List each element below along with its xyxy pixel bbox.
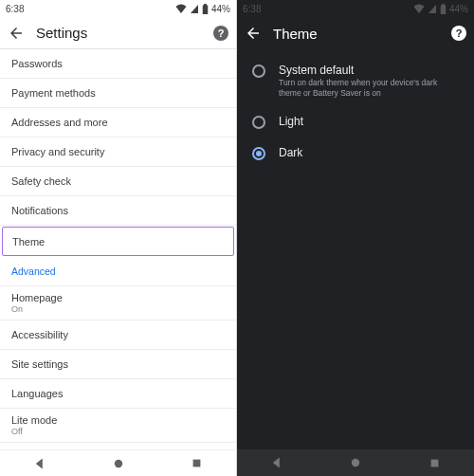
theme-options: System defaultTurn on dark theme when yo… <box>237 49 474 449</box>
theme-option-label: Light <box>279 115 303 128</box>
settings-item[interactable]: HomepageOn <box>0 286 236 320</box>
settings-item[interactable]: Site settings <box>0 350 236 379</box>
nav-home-icon <box>112 457 125 470</box>
settings-screen: 6:38 44% Settings ? PasswordsPayment met… <box>0 0 237 476</box>
nav-home-icon <box>349 456 362 469</box>
battery-icon <box>202 4 209 14</box>
settings-item-sub: Off <box>11 427 225 436</box>
settings-item[interactable]: Payment methods <box>0 79 236 108</box>
radio-button[interactable] <box>252 116 265 129</box>
nav-back-button[interactable] <box>33 457 46 470</box>
settings-item[interactable]: Addresses and more <box>0 108 236 137</box>
radio-button[interactable] <box>252 64 265 78</box>
nav-home-button[interactable] <box>349 456 362 469</box>
status-indicators: 44% <box>413 4 468 14</box>
svg-rect-3 <box>431 459 439 467</box>
theme-screen: 6:38 44% Theme ? System defaultTurn on d… <box>237 0 474 476</box>
status-bar: 6:38 44% <box>237 0 474 17</box>
theme-option[interactable]: System defaultTurn on dark theme when yo… <box>237 55 474 106</box>
nav-back-icon <box>33 457 46 470</box>
status-indicators: 44% <box>175 4 230 14</box>
settings-item[interactable]: Downloads <box>0 443 236 449</box>
settings-item-label: Site settings <box>11 358 225 370</box>
page-title: Theme <box>273 26 440 42</box>
nav-back-icon <box>270 456 283 469</box>
settings-item-label: Advanced <box>11 265 225 277</box>
help-button[interactable]: ? <box>213 26 228 41</box>
nav-recents-icon <box>428 457 441 469</box>
settings-item-label: Theme <box>12 236 224 247</box>
status-time: 6:38 <box>6 4 24 14</box>
theme-option-sub: Turn on dark theme when your device's da… <box>279 78 449 98</box>
wifi-icon <box>175 4 187 13</box>
nav-recents-icon <box>191 457 203 469</box>
radio-button[interactable] <box>252 147 265 160</box>
section-header: Advanced <box>0 257 236 286</box>
app-bar: Theme ? <box>237 17 474 49</box>
wifi-icon <box>413 4 425 13</box>
settings-item[interactable]: Languages <box>0 379 236 409</box>
nav-recents-button[interactable] <box>428 457 441 469</box>
settings-item[interactable]: Passwords <box>0 49 236 79</box>
arrow-back-icon <box>245 25 262 42</box>
signal-icon <box>190 4 199 13</box>
settings-item[interactable]: Notifications <box>0 196 236 226</box>
back-button[interactable] <box>8 25 25 42</box>
settings-item[interactable]: Accessibility <box>0 320 236 350</box>
status-bar: 6:38 44% <box>0 0 236 17</box>
settings-item-label: Homepage <box>11 292 225 303</box>
settings-item-label: Notifications <box>11 205 225 216</box>
battery-percent: 44% <box>211 4 230 14</box>
settings-item-label: Payment methods <box>11 87 225 99</box>
settings-item[interactable]: Privacy and security <box>0 137 236 167</box>
battery-icon <box>440 4 447 14</box>
system-nav-bar <box>237 449 474 476</box>
page-title: Settings <box>36 25 202 41</box>
theme-option-label: System default <box>279 64 449 77</box>
battery-percent: 44% <box>449 4 468 14</box>
theme-option[interactable]: Light <box>237 106 474 137</box>
app-bar: Settings ? <box>0 17 236 49</box>
settings-list: PasswordsPayment methodsAddresses and mo… <box>0 49 236 449</box>
settings-item-label: Accessibility <box>11 329 225 340</box>
settings-item-label: Passwords <box>11 58 225 69</box>
settings-item-label: Safety check <box>11 175 225 187</box>
back-button[interactable] <box>245 25 262 42</box>
svg-point-0 <box>115 459 122 467</box>
svg-rect-1 <box>193 460 201 467</box>
nav-back-button[interactable] <box>270 456 283 469</box>
theme-option[interactable]: Dark <box>237 137 474 169</box>
status-time: 6:38 <box>243 4 261 14</box>
settings-item-label: Privacy and security <box>11 146 225 157</box>
signal-icon <box>428 4 437 13</box>
nav-home-button[interactable] <box>112 457 125 470</box>
arrow-back-icon <box>8 25 25 42</box>
settings-item-label: Languages <box>11 388 225 399</box>
svg-point-2 <box>352 459 359 467</box>
settings-item[interactable]: Theme <box>2 227 234 256</box>
settings-item[interactable]: Lite modeOff <box>0 409 236 443</box>
settings-item-sub: On <box>11 304 225 314</box>
nav-recents-button[interactable] <box>191 457 203 469</box>
help-button[interactable]: ? <box>451 26 466 41</box>
theme-option-label: Dark <box>279 146 302 159</box>
settings-item-label: Lite mode <box>11 414 225 426</box>
settings-item[interactable]: Safety check <box>0 167 236 196</box>
system-nav-bar <box>0 449 236 476</box>
settings-item-label: Addresses and more <box>11 117 225 128</box>
